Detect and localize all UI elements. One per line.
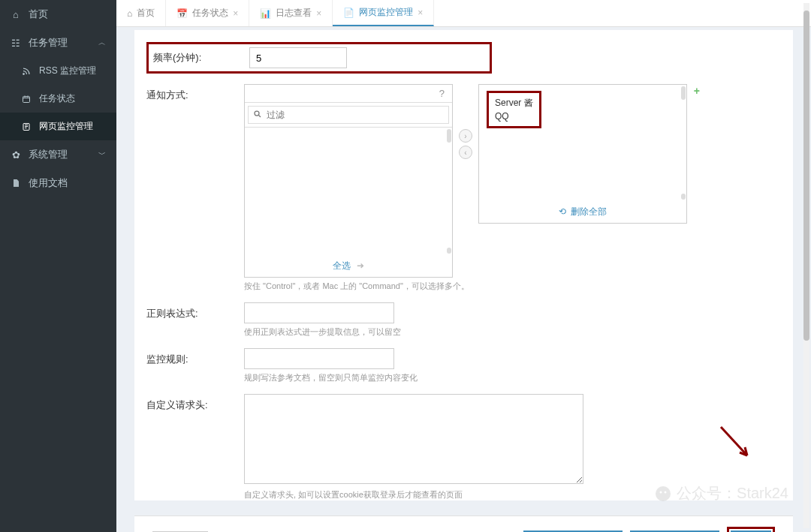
monitor-icon xyxy=(21,122,32,132)
main-content: ⌂ 首页 📅 任务状态 × 📊 日志查看 × 📄 网页监控管理 × xyxy=(116,0,811,532)
svg-point-3 xyxy=(255,111,259,116)
notify-label: 通知方式: xyxy=(146,84,244,102)
close-icon[interactable]: × xyxy=(316,8,321,19)
selected-highlight: Server 酱 QQ xyxy=(487,91,541,128)
close-icon[interactable]: × xyxy=(418,8,423,18)
available-list: ? xyxy=(244,84,453,278)
rule-input[interactable] xyxy=(244,348,394,369)
frequency-input[interactable] xyxy=(249,47,347,68)
available-options[interactable] xyxy=(245,128,452,255)
search-icon xyxy=(249,110,267,121)
calendar-icon xyxy=(21,94,32,104)
tab-label: 首页 xyxy=(137,7,155,20)
select-all-link[interactable]: 全选 xyxy=(333,260,351,271)
sidebar-label: 任务状态 xyxy=(39,92,75,105)
tab-log-view[interactable]: 📊 日志查看 × xyxy=(249,0,333,26)
header-label: 自定义请求头: xyxy=(146,394,244,412)
sidebar-item-home[interactable]: ⌂ 首页 xyxy=(0,0,116,29)
frequency-highlight: 频率(分钟): xyxy=(146,42,492,74)
calendar-icon: 📅 xyxy=(176,8,188,19)
tab-label: 网页监控管理 xyxy=(359,6,413,19)
form-content: 频率(分钟): 通知方式: ? xyxy=(116,27,811,532)
footer-bar: ‹ 返回 保存并增加另一个 保存并继续编辑 保存 xyxy=(134,515,793,532)
tab-web-monitor[interactable]: 📄 网页监控管理 × xyxy=(333,0,434,26)
rule-label: 监控规则: xyxy=(146,348,244,366)
regex-hint: 使用正则表达式进一步提取信息，可以留空 xyxy=(244,326,781,338)
svg-rect-1 xyxy=(23,96,30,102)
file-icon xyxy=(11,178,21,188)
tab-task-status[interactable]: 📅 任务状态 × xyxy=(166,0,249,26)
dual-list: ? xyxy=(244,84,781,278)
sidebar-item-sys-mgmt[interactable]: ✿ 系统管理 ﹀ xyxy=(0,140,116,169)
svg-point-0 xyxy=(23,73,25,74)
sidebar-item-task-status[interactable]: 任务状态 xyxy=(0,85,116,113)
dashboard-icon: 📊 xyxy=(260,8,271,19)
move-right-button[interactable]: › xyxy=(459,129,472,143)
monitor-icon: 📄 xyxy=(343,8,354,18)
sidebar-item-docs[interactable]: 使用文档 xyxy=(0,169,116,197)
move-left-button[interactable]: ‹ xyxy=(459,146,472,159)
header-hint: 自定义请求头, 如可以设置cookie获取登录后才能查看的页面 xyxy=(244,489,781,500)
sidebar-label: 系统管理 xyxy=(29,148,68,161)
page-scroll-thumb[interactable] xyxy=(803,11,809,341)
header-textarea[interactable] xyxy=(244,394,583,484)
remove-all-arrow-icon: ⟲ xyxy=(559,206,566,217)
regex-label: 正则表达式: xyxy=(146,302,244,320)
frequency-label: 频率(分钟): xyxy=(153,51,242,65)
remove-all-link[interactable]: 删除全部 xyxy=(571,206,607,217)
selected-list: + Server 酱 QQ ⟲ xyxy=(478,84,687,224)
rule-hint: 规则写法参考文档，留空则只简单监控内容变化 xyxy=(244,372,781,383)
regex-input[interactable] xyxy=(244,302,394,323)
select-all-arrow-icon: ➜ xyxy=(357,260,364,271)
sidebar-label: 网页监控管理 xyxy=(39,120,93,133)
filter-input[interactable] xyxy=(267,107,448,123)
tab-home[interactable]: ⌂ 首页 xyxy=(116,0,166,26)
selected-options[interactable]: Server 酱 QQ xyxy=(479,85,686,201)
tab-bar: ⌂ 首页 📅 任务状态 × 📊 日志查看 × 📄 网页监控管理 × xyxy=(116,0,811,27)
home-icon: ⌂ xyxy=(127,8,132,19)
help-icon[interactable]: ? xyxy=(439,88,445,99)
gear-icon: ✿ xyxy=(11,149,21,160)
sidebar-label: 任务管理 xyxy=(29,36,68,50)
sidebar-item-web-monitor[interactable]: 网页监控管理 xyxy=(0,113,116,140)
chevron-up-icon: ︿ xyxy=(98,38,106,48)
sidebar: ⌂ 首页 ☷ 任务管理 ︿ RSS 监控管理 任务状态 网页监控管理 xyxy=(0,0,116,532)
add-icon[interactable]: + xyxy=(694,85,700,97)
home-icon: ⌂ xyxy=(11,9,21,20)
selected-item[interactable]: Server 酱 xyxy=(495,96,533,110)
ctrl-hint: 按住 "Control"，或者 Mac 上的 "Command"，可以选择多个。 xyxy=(244,281,781,292)
selected-item[interactable]: QQ xyxy=(495,110,533,123)
close-icon[interactable]: × xyxy=(233,8,238,19)
sidebar-item-rss[interactable]: RSS 监控管理 xyxy=(0,57,116,85)
save-highlight: 保存 xyxy=(727,527,775,532)
sidebar-label: RSS 监控管理 xyxy=(39,65,96,77)
tab-label: 任务状态 xyxy=(192,7,228,20)
chevron-down-icon: ﹀ xyxy=(98,149,106,160)
sidebar-label: 首页 xyxy=(29,8,48,21)
list-icon: ☷ xyxy=(11,38,21,48)
sidebar-item-task-mgmt[interactable]: ☷ 任务管理 ︿ xyxy=(0,29,116,57)
tab-label: 日志查看 xyxy=(276,7,312,20)
rss-icon xyxy=(21,66,32,77)
sidebar-label: 使用文档 xyxy=(29,176,68,190)
